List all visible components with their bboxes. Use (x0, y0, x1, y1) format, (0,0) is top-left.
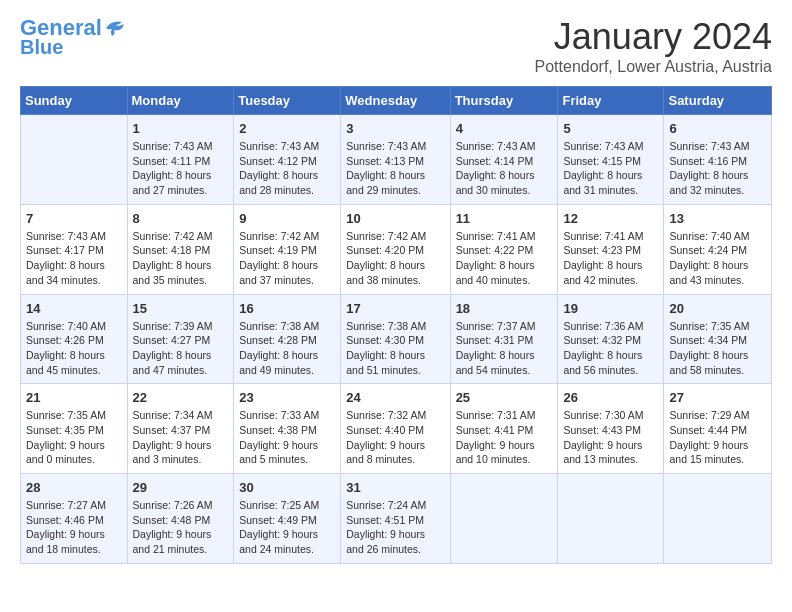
calendar-cell: 23Sunrise: 7:33 AM Sunset: 4:38 PM Dayli… (234, 384, 341, 474)
weekday-header-friday: Friday (558, 87, 664, 115)
day-info: Sunrise: 7:43 AM Sunset: 4:12 PM Dayligh… (239, 139, 335, 198)
calendar-cell: 16Sunrise: 7:38 AM Sunset: 4:28 PM Dayli… (234, 294, 341, 384)
calendar-cell: 1Sunrise: 7:43 AM Sunset: 4:11 PM Daylig… (127, 115, 234, 205)
calendar-cell: 8Sunrise: 7:42 AM Sunset: 4:18 PM Daylig… (127, 204, 234, 294)
day-info: Sunrise: 7:35 AM Sunset: 4:35 PM Dayligh… (26, 408, 122, 467)
calendar-cell: 9Sunrise: 7:42 AM Sunset: 4:19 PM Daylig… (234, 204, 341, 294)
calendar-cell: 5Sunrise: 7:43 AM Sunset: 4:15 PM Daylig… (558, 115, 664, 205)
day-info: Sunrise: 7:42 AM Sunset: 4:18 PM Dayligh… (133, 229, 229, 288)
day-number: 21 (26, 390, 122, 405)
day-info: Sunrise: 7:34 AM Sunset: 4:37 PM Dayligh… (133, 408, 229, 467)
day-info: Sunrise: 7:39 AM Sunset: 4:27 PM Dayligh… (133, 319, 229, 378)
calendar-cell: 6Sunrise: 7:43 AM Sunset: 4:16 PM Daylig… (664, 115, 772, 205)
calendar-cell: 10Sunrise: 7:42 AM Sunset: 4:20 PM Dayli… (341, 204, 450, 294)
weekday-header-tuesday: Tuesday (234, 87, 341, 115)
day-info: Sunrise: 7:31 AM Sunset: 4:41 PM Dayligh… (456, 408, 553, 467)
day-info: Sunrise: 7:29 AM Sunset: 4:44 PM Dayligh… (669, 408, 766, 467)
day-number: 2 (239, 121, 335, 136)
day-number: 30 (239, 480, 335, 495)
day-number: 31 (346, 480, 444, 495)
day-number: 29 (133, 480, 229, 495)
day-info: Sunrise: 7:32 AM Sunset: 4:40 PM Dayligh… (346, 408, 444, 467)
day-number: 20 (669, 301, 766, 316)
day-info: Sunrise: 7:25 AM Sunset: 4:49 PM Dayligh… (239, 498, 335, 557)
calendar-cell: 7Sunrise: 7:43 AM Sunset: 4:17 PM Daylig… (21, 204, 128, 294)
calendar-cell (21, 115, 128, 205)
calendar-week-1: 1Sunrise: 7:43 AM Sunset: 4:11 PM Daylig… (21, 115, 772, 205)
day-info: Sunrise: 7:38 AM Sunset: 4:28 PM Dayligh… (239, 319, 335, 378)
calendar-cell: 28Sunrise: 7:27 AM Sunset: 4:46 PM Dayli… (21, 474, 128, 564)
day-number: 16 (239, 301, 335, 316)
weekday-header-saturday: Saturday (664, 87, 772, 115)
calendar-cell (450, 474, 558, 564)
day-info: Sunrise: 7:43 AM Sunset: 4:17 PM Dayligh… (26, 229, 122, 288)
calendar-cell: 4Sunrise: 7:43 AM Sunset: 4:14 PM Daylig… (450, 115, 558, 205)
day-info: Sunrise: 7:40 AM Sunset: 4:26 PM Dayligh… (26, 319, 122, 378)
calendar-cell: 12Sunrise: 7:41 AM Sunset: 4:23 PM Dayli… (558, 204, 664, 294)
day-info: Sunrise: 7:43 AM Sunset: 4:15 PM Dayligh… (563, 139, 658, 198)
calendar-table: SundayMondayTuesdayWednesdayThursdayFrid… (20, 86, 772, 564)
day-number: 9 (239, 211, 335, 226)
day-number: 4 (456, 121, 553, 136)
day-number: 18 (456, 301, 553, 316)
day-info: Sunrise: 7:43 AM Sunset: 4:13 PM Dayligh… (346, 139, 444, 198)
day-number: 19 (563, 301, 658, 316)
calendar-cell: 29Sunrise: 7:26 AM Sunset: 4:48 PM Dayli… (127, 474, 234, 564)
weekday-header-row: SundayMondayTuesdayWednesdayThursdayFrid… (21, 87, 772, 115)
logo-bird-icon (104, 18, 126, 38)
day-number: 25 (456, 390, 553, 405)
month-title: January 2024 (535, 16, 772, 58)
day-info: Sunrise: 7:33 AM Sunset: 4:38 PM Dayligh… (239, 408, 335, 467)
weekday-header-sunday: Sunday (21, 87, 128, 115)
calendar-cell: 20Sunrise: 7:35 AM Sunset: 4:34 PM Dayli… (664, 294, 772, 384)
day-number: 26 (563, 390, 658, 405)
calendar-week-2: 7Sunrise: 7:43 AM Sunset: 4:17 PM Daylig… (21, 204, 772, 294)
day-info: Sunrise: 7:42 AM Sunset: 4:20 PM Dayligh… (346, 229, 444, 288)
day-info: Sunrise: 7:40 AM Sunset: 4:24 PM Dayligh… (669, 229, 766, 288)
calendar-cell (664, 474, 772, 564)
day-number: 12 (563, 211, 658, 226)
calendar-week-3: 14Sunrise: 7:40 AM Sunset: 4:26 PM Dayli… (21, 294, 772, 384)
day-number: 23 (239, 390, 335, 405)
day-number: 11 (456, 211, 553, 226)
day-info: Sunrise: 7:41 AM Sunset: 4:22 PM Dayligh… (456, 229, 553, 288)
day-number: 6 (669, 121, 766, 136)
page-header: General Blue January 2024 Pottendorf, Lo… (20, 16, 772, 76)
day-info: Sunrise: 7:43 AM Sunset: 4:16 PM Dayligh… (669, 139, 766, 198)
calendar-cell: 25Sunrise: 7:31 AM Sunset: 4:41 PM Dayli… (450, 384, 558, 474)
calendar-cell: 2Sunrise: 7:43 AM Sunset: 4:12 PM Daylig… (234, 115, 341, 205)
calendar-week-5: 28Sunrise: 7:27 AM Sunset: 4:46 PM Dayli… (21, 474, 772, 564)
day-number: 3 (346, 121, 444, 136)
weekday-header-thursday: Thursday (450, 87, 558, 115)
day-info: Sunrise: 7:38 AM Sunset: 4:30 PM Dayligh… (346, 319, 444, 378)
day-number: 15 (133, 301, 229, 316)
weekday-header-wednesday: Wednesday (341, 87, 450, 115)
day-number: 28 (26, 480, 122, 495)
day-number: 10 (346, 211, 444, 226)
day-info: Sunrise: 7:27 AM Sunset: 4:46 PM Dayligh… (26, 498, 122, 557)
logo: General Blue (20, 16, 126, 58)
calendar-cell: 21Sunrise: 7:35 AM Sunset: 4:35 PM Dayli… (21, 384, 128, 474)
logo-blue: Blue (20, 36, 63, 58)
day-number: 24 (346, 390, 444, 405)
calendar-cell: 24Sunrise: 7:32 AM Sunset: 4:40 PM Dayli… (341, 384, 450, 474)
calendar-cell: 11Sunrise: 7:41 AM Sunset: 4:22 PM Dayli… (450, 204, 558, 294)
day-info: Sunrise: 7:24 AM Sunset: 4:51 PM Dayligh… (346, 498, 444, 557)
day-number: 5 (563, 121, 658, 136)
day-number: 14 (26, 301, 122, 316)
calendar-cell: 3Sunrise: 7:43 AM Sunset: 4:13 PM Daylig… (341, 115, 450, 205)
day-number: 17 (346, 301, 444, 316)
calendar-cell: 13Sunrise: 7:40 AM Sunset: 4:24 PM Dayli… (664, 204, 772, 294)
day-number: 13 (669, 211, 766, 226)
day-info: Sunrise: 7:43 AM Sunset: 4:14 PM Dayligh… (456, 139, 553, 198)
location-title: Pottendorf, Lower Austria, Austria (535, 58, 772, 76)
day-number: 27 (669, 390, 766, 405)
day-number: 1 (133, 121, 229, 136)
calendar-cell: 14Sunrise: 7:40 AM Sunset: 4:26 PM Dayli… (21, 294, 128, 384)
weekday-header-monday: Monday (127, 87, 234, 115)
day-info: Sunrise: 7:41 AM Sunset: 4:23 PM Dayligh… (563, 229, 658, 288)
title-block: January 2024 Pottendorf, Lower Austria, … (535, 16, 772, 76)
day-number: 8 (133, 211, 229, 226)
calendar-cell: 22Sunrise: 7:34 AM Sunset: 4:37 PM Dayli… (127, 384, 234, 474)
day-info: Sunrise: 7:43 AM Sunset: 4:11 PM Dayligh… (133, 139, 229, 198)
